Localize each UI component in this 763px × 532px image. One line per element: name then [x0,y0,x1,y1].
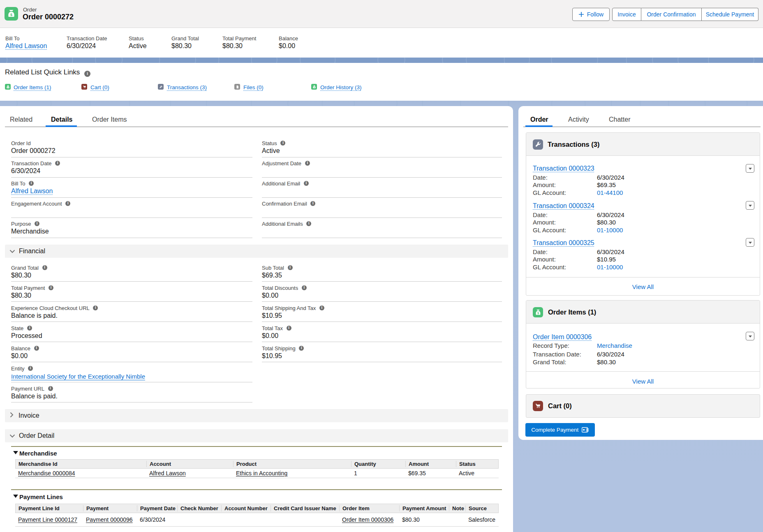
svg-text:$: $ [537,312,539,315]
svg-text:$: $ [10,13,12,17]
